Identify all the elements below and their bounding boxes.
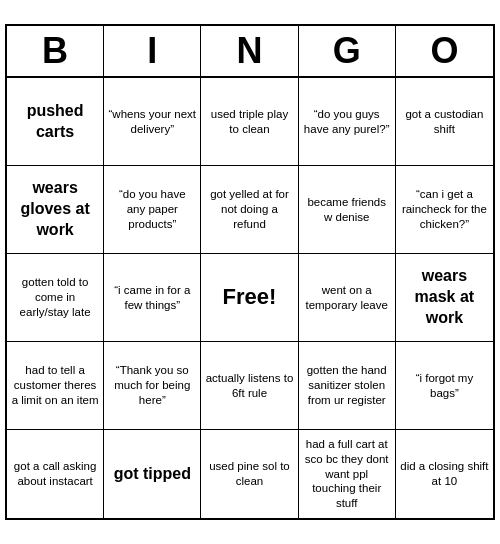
bingo-letter-g: G (299, 26, 396, 76)
bingo-cell-15: had to tell a customer theres a limit on… (7, 342, 104, 430)
bingo-letter-i: I (104, 26, 201, 76)
bingo-cell-22: used pine sol to clean (201, 430, 298, 518)
bingo-cell-0: pushed carts (7, 78, 104, 166)
bingo-cell-7: got yelled at for not doing a refund (201, 166, 298, 254)
bingo-cell-16: “Thank you so much for being here” (104, 342, 201, 430)
bingo-header: BINGO (7, 26, 493, 78)
bingo-cell-1: “whens your next delivery” (104, 78, 201, 166)
bingo-cell-4: got a custodian shift (396, 78, 493, 166)
bingo-cell-6: “do you have any paper products” (104, 166, 201, 254)
bingo-cell-13: went on a temporary leave (299, 254, 396, 342)
bingo-cell-2: used triple play to clean (201, 78, 298, 166)
bingo-cell-9: “can i get a raincheck for the chicken?” (396, 166, 493, 254)
bingo-cell-17: actually listens to 6ft rule (201, 342, 298, 430)
bingo-cell-11: “i came in for a few things” (104, 254, 201, 342)
bingo-letter-n: N (201, 26, 298, 76)
bingo-grid: pushed carts“whens your next delivery”us… (7, 78, 493, 518)
bingo-cell-10: gotten told to come in early/stay late (7, 254, 104, 342)
bingo-cell-24: did a closing shift at 10 (396, 430, 493, 518)
bingo-cell-20: got a call asking about instacart (7, 430, 104, 518)
bingo-cell-21: got tipped (104, 430, 201, 518)
bingo-cell-14: wears mask at work (396, 254, 493, 342)
bingo-cell-12: Free! (201, 254, 298, 342)
bingo-card: BINGO pushed carts“whens your next deliv… (5, 24, 495, 520)
bingo-cell-3: “do you guys have any purel?” (299, 78, 396, 166)
bingo-letter-b: B (7, 26, 104, 76)
bingo-cell-18: gotten the hand sanitizer stolen from ur… (299, 342, 396, 430)
bingo-letter-o: O (396, 26, 493, 76)
bingo-cell-19: “i forgot my bags” (396, 342, 493, 430)
bingo-cell-5: wears gloves at work (7, 166, 104, 254)
bingo-cell-23: had a full cart at sco bc they dont want… (299, 430, 396, 518)
bingo-cell-8: became friends w denise (299, 166, 396, 254)
